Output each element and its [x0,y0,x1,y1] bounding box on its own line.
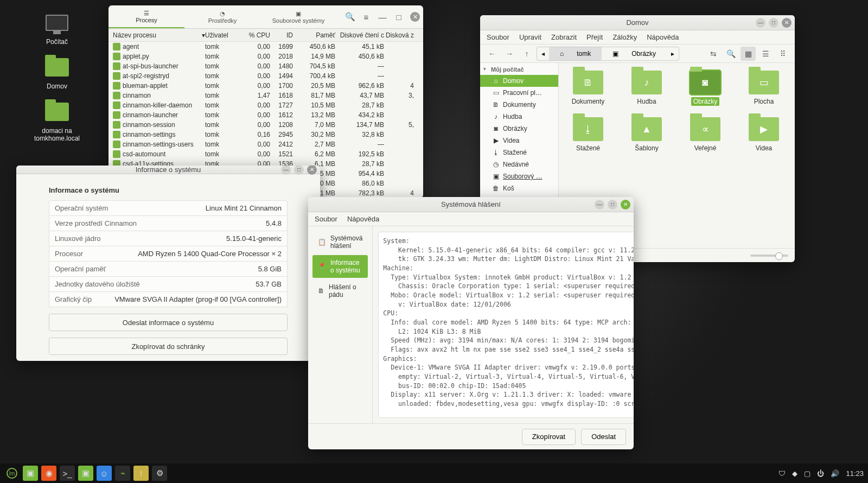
zoom-slider[interactable] [750,255,788,257]
up-button[interactable]: ↑ [519,47,534,61]
files-running-icon[interactable]: ▣ [78,466,93,481]
sidebar-item-crash[interactable]: 🗎Hlášení o pádu [312,279,368,302]
sidebar-item-documents[interactable]: 🗎Dokumenty [480,99,558,111]
table-row[interactable]: csd-automounttomk0,0015216,2 MB192,5 kB [108,149,423,159]
table-row[interactable]: applet.pytomk0,00201814,9 MB450,6 kB [108,52,423,61]
desktop-icon-computer[interactable]: Počítač [33,10,81,46]
warning-app-icon[interactable]: ! [133,466,149,481]
maximize-button[interactable]: □ [391,5,407,28]
folder-public[interactable]: ∝Veřejné [684,117,727,152]
titlebar[interactable]: Informace o systému — □ ✕ [16,166,320,174]
toggle-location-icon[interactable]: ⇆ [706,47,721,61]
info-row: Operační paměť5.8 GiB [49,261,288,277]
folder-videos[interactable]: ▶Videa [742,117,786,152]
minimize-button[interactable]: — [281,166,291,175]
clock[interactable]: 11:23 [846,469,864,478]
send-info-button[interactable]: Odeslat informace o systému [49,314,288,331]
menu-view[interactable]: Zobrazit [551,33,577,41]
table-row[interactable]: cinnamon-sessiontomk0,0012087,0 MB134,7 … [108,120,423,130]
folder-templates[interactable]: ▲Šablony [625,117,668,152]
titlebar[interactable]: Domov — □ ✕ [480,15,795,30]
table-row[interactable]: at-spi2-registrydtomk0,001494700,4 kB— [108,71,423,81]
crumb-pictures[interactable]: ▣Obrázky [602,47,667,60]
table-row[interactable]: blueman-applettomk0,00170020,5 MB962,6 k… [108,81,423,91]
folder-downloads[interactable]: ⭳Stažené [566,117,610,152]
table-row[interactable]: at-spi-bus-launchertomk0,001480704,5 kB— [108,61,423,71]
users-app-icon[interactable]: ☺ [97,466,112,481]
copy-clipboard-button[interactable]: Zkopírovat do schránky [49,338,288,355]
menu-edit[interactable]: Upravit [519,33,541,41]
menu-file[interactable]: Soubor [487,33,509,41]
firefox-icon[interactable]: ◉ [41,466,56,481]
sidebar-item-reports[interactable]: 📋Systémová hlášení [312,231,368,253]
table-row[interactable]: cinnamon-launchertomk0,00161213,2 MB434,… [108,110,423,120]
copy-button[interactable]: Zkopírovat [522,429,576,445]
tab-processes[interactable]: ☰Procesy [108,5,184,28]
sidebar-item-filesystem[interactable]: ▣Souborový … [480,170,558,182]
menu-help[interactable]: Nápověda [347,215,379,223]
crumb-back-icon[interactable]: ◂ [537,47,549,60]
tray-network-icon[interactable]: ⏻ [817,469,824,478]
table-row[interactable]: cinnamontomk1,47161881,7 MB43,7 MB3, [108,91,423,100]
menu-go[interactable]: Přejít [586,33,603,41]
tab-resources[interactable]: ◔Prostředky [184,5,260,28]
sidebar-item-videos[interactable]: ▶Videa [480,135,558,147]
disk-icon: ▣ [492,173,500,180]
sysmon-running-icon[interactable]: ⌁ [115,466,130,481]
tray-shield-icon[interactable]: 🛡 [778,469,786,478]
report-text[interactable]: System: Kernel: 5.15.0-41-generic x86_64… [378,232,634,418]
files-app-icon[interactable]: ▣ [23,466,38,481]
close-button[interactable]: ✕ [621,200,630,209]
menu-file[interactable]: Soubor [315,215,337,223]
table-row[interactable]: cinnamon-settings-userstomk0,0024122,7 M… [108,139,423,149]
menu-help[interactable]: Nápověda [647,33,679,41]
folder-desktop[interactable]: ▭Plocha [742,71,786,105]
sidebar-item-home[interactable]: ⌂Domov [480,75,558,87]
folder-music[interactable]: ♪Hudba [625,71,668,105]
search-icon[interactable]: 🔍 [723,47,738,61]
search-icon[interactable]: 🔍 [342,5,358,28]
maximize-button[interactable]: □ [769,18,778,28]
sidebar-item-trash[interactable]: 🗑Koš [480,182,558,194]
send-button[interactable]: Odeslat [581,429,626,445]
close-button[interactable]: ✕ [407,5,423,28]
sidebar-item-downloads[interactable]: ⭳Stažené [480,147,558,158]
titlebar[interactable]: Systémová hlášení — □ ✕ [308,197,634,212]
mint-menu-icon[interactable]: lm [4,466,20,481]
sidebar-header[interactable]: Můj počítač [480,63,558,75]
table-row[interactable]: cinnamon-settingstomk0,16294530,2 MB32,8… [108,130,423,139]
table-row[interactable]: agenttomk0,001699450,6 kB45,1 kB [108,42,423,52]
sidebar-item-sysinfo[interactable]: 📍Informace o systému [312,255,368,278]
desktop-icon-home[interactable]: Domov [33,54,81,90]
menu-bookmarks[interactable]: Záložky [612,33,637,41]
minimize-button[interactable]: — [595,200,604,209]
crumb-fwd-icon[interactable]: ▸ [667,47,679,60]
sidebar-item-music[interactable]: ♪Hudba [480,111,558,123]
crumb-home[interactable]: ⌂tomk [549,47,602,60]
table-row[interactable]: cinnamon-killer-daemontomk0,00172710,5 M… [108,100,423,110]
folder-pictures[interactable]: ◙Obrázky [684,71,727,105]
maximize-button[interactable]: □ [294,166,304,175]
tray-volume-icon[interactable]: 🔊 [831,469,839,478]
sidebar-item-recent[interactable]: ◷Nedávné [480,158,558,170]
hamburger-icon[interactable]: ≡ [358,5,374,28]
folder-documents[interactable]: 🗎Dokumenty [566,71,610,105]
close-button[interactable]: ✕ [782,18,792,28]
back-button[interactable]: ← [484,47,500,61]
view-grid-icon[interactable]: ▦ [741,47,756,61]
tray-updates-icon[interactable]: ◆ [792,469,797,478]
terminal-icon[interactable]: >_ [60,466,75,481]
settings-running-icon[interactable]: ⚙ [152,466,167,481]
view-compact-icon[interactable]: ⠿ [775,47,790,61]
sidebar-item-pictures[interactable]: ◙Obrázky [480,123,558,135]
minimize-button[interactable]: — [374,5,391,28]
forward-button[interactable]: → [502,47,517,61]
tab-filesystems[interactable]: ▣Souborové systémy [260,5,336,28]
view-list-icon[interactable]: ☰ [758,47,773,61]
sidebar-item-desktop[interactable]: ▭Pracovní pl… [480,87,558,99]
maximize-button[interactable]: □ [608,200,617,209]
close-button[interactable]: ✕ [307,166,317,175]
minimize-button[interactable]: — [756,18,765,28]
tray-display-icon[interactable]: ▢ [804,469,810,478]
desktop-icon-network[interactable]: domaci na tomkhome.local [27,99,87,142]
